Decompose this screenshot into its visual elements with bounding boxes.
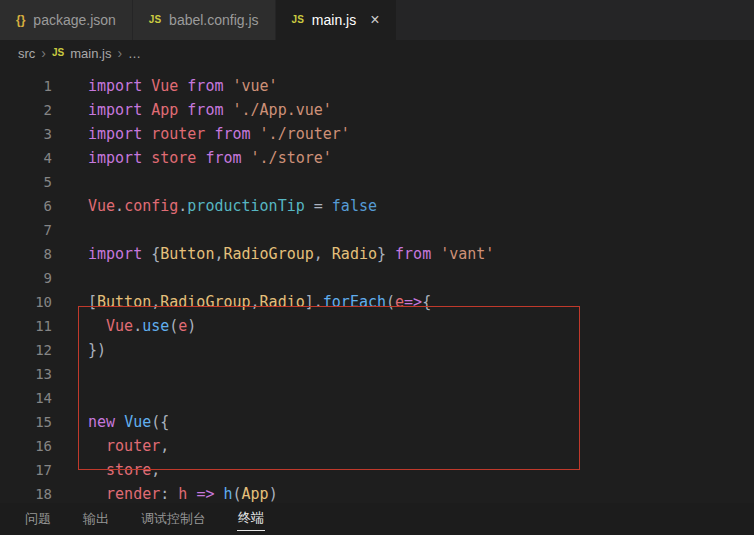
code-line[interactable]: 1import Vue from 'vue' (0, 74, 754, 98)
code-text[interactable]: import {Button,RadioGroup, Radio} from '… (52, 242, 494, 266)
code-text[interactable] (52, 362, 88, 386)
code-token: e (178, 317, 187, 335)
code-line[interactable]: 10[Button,RadioGroup,Radio].forEach(e=>{ (0, 290, 754, 314)
code-token: import (88, 125, 151, 143)
code-token: ( (233, 485, 242, 503)
code-line[interactable]: 6Vue.config.productionTip = false (0, 194, 754, 218)
code-token: from (205, 149, 250, 167)
code-token (88, 461, 106, 479)
tab-babel-config-js[interactable]: JS babel.config.js (133, 0, 276, 40)
code-text[interactable]: }) (52, 338, 106, 362)
breadcrumb-folder[interactable]: src (18, 46, 35, 61)
code-line[interactable]: 17 store, (0, 458, 754, 482)
panel-tab-debug-console[interactable]: 调试控制台 (140, 508, 207, 531)
tab-bar: {} package.json JS babel.config.js JS ma… (0, 0, 754, 40)
code-token: 'vue' (233, 77, 278, 95)
code-line[interactable]: 9 (0, 266, 754, 290)
code-token: : (160, 485, 178, 503)
js-file-icon: JS (292, 15, 304, 25)
code-text[interactable]: new Vue({ (52, 410, 169, 434)
code-token: Vue (151, 77, 187, 95)
chevron-right-icon: › (117, 45, 122, 61)
code-token: } (377, 245, 395, 263)
code-token: './store' (251, 149, 332, 167)
code-text[interactable]: Vue.config.productionTip = false (52, 194, 377, 218)
panel-tab-problems[interactable]: 问题 (24, 508, 52, 531)
code-text[interactable]: import Vue from 'vue' (52, 74, 278, 98)
code-line[interactable]: 3import router from './router' (0, 122, 754, 146)
code-token: ({ (151, 413, 169, 431)
code-line[interactable]: 11 Vue.use(e) (0, 314, 754, 338)
code-token (88, 485, 106, 503)
code-token: import (88, 149, 151, 167)
line-number: 16 (0, 434, 52, 458)
code-text[interactable]: router, (52, 434, 169, 458)
code-line[interactable]: 13 (0, 362, 754, 386)
code-editor[interactable]: 1import Vue from 'vue'2import App from '… (0, 66, 754, 506)
line-number: 2 (0, 98, 52, 122)
code-text[interactable] (52, 266, 88, 290)
code-text[interactable]: Vue.use(e) (52, 314, 196, 338)
code-token: import (88, 245, 151, 263)
code-line[interactable]: 16 router, (0, 434, 754, 458)
code-token: from (395, 245, 440, 263)
code-token: ( (386, 293, 395, 311)
code-line[interactable]: 15new Vue({ (0, 410, 754, 434)
code-line[interactable]: 8import {Button,RadioGroup, Radio} from … (0, 242, 754, 266)
code-token: use (142, 317, 169, 335)
code-text[interactable]: import store from './store' (52, 146, 332, 170)
code-token: h (178, 485, 196, 503)
line-number: 6 (0, 194, 52, 218)
code-token: Vue (106, 317, 133, 335)
tab-main-js[interactable]: JS main.js × (276, 0, 397, 40)
breadcrumb-symbol-more[interactable]: … (128, 46, 141, 61)
code-token: from (187, 77, 232, 95)
close-icon[interactable]: × (370, 11, 379, 29)
code-line[interactable]: 5 (0, 170, 754, 194)
line-number: 5 (0, 170, 52, 194)
code-token: App (151, 101, 187, 119)
code-line[interactable]: 7 (0, 218, 754, 242)
line-number: 10 (0, 290, 52, 314)
code-line[interactable]: 2import App from './App.vue' (0, 98, 754, 122)
code-text[interactable]: [Button,RadioGroup,Radio].forEach(e=>{ (52, 290, 431, 314)
line-number: 7 (0, 218, 52, 242)
line-number: 4 (0, 146, 52, 170)
line-number: 3 (0, 122, 52, 146)
code-token: productionTip (187, 197, 304, 215)
code-text[interactable]: import router from './router' (52, 122, 350, 146)
panel-tabbar: 问题 输出 调试控制台 终端 (0, 503, 754, 535)
code-line[interactable]: 12}) (0, 338, 754, 362)
code-token: . (133, 317, 142, 335)
code-token: Vue (124, 413, 151, 431)
breadcrumb-file[interactable]: main.js (70, 46, 111, 61)
code-text[interactable]: import App from './App.vue' (52, 98, 332, 122)
code-token: Vue (88, 197, 115, 215)
line-number: 13 (0, 362, 52, 386)
code-token: e (395, 293, 404, 311)
code-token: from (187, 101, 232, 119)
tab-label: babel.config.js (169, 12, 259, 28)
line-number: 1 (0, 74, 52, 98)
code-token: config (124, 197, 178, 215)
panel-tab-output[interactable]: 输出 (82, 508, 110, 531)
code-token: RadioGroup (223, 245, 313, 263)
line-number: 15 (0, 410, 52, 434)
code-token: . (178, 197, 187, 215)
code-text[interactable]: store, (52, 458, 160, 482)
code-text[interactable] (52, 386, 88, 410)
code-token: false (332, 197, 377, 215)
code-token: ]. (305, 293, 323, 311)
code-text[interactable] (52, 218, 88, 242)
code-token: h (223, 485, 232, 503)
code-text[interactable] (52, 170, 88, 194)
code-line[interactable]: 14 (0, 386, 754, 410)
code-token: import (88, 101, 151, 119)
code-token: , (151, 293, 160, 311)
panel-tab-terminal[interactable]: 终端 (237, 507, 265, 531)
code-token: { (151, 245, 160, 263)
code-token: { (422, 293, 431, 311)
code-token: , (251, 293, 260, 311)
code-line[interactable]: 4import store from './store' (0, 146, 754, 170)
tab-package-json[interactable]: {} package.json (0, 0, 133, 40)
